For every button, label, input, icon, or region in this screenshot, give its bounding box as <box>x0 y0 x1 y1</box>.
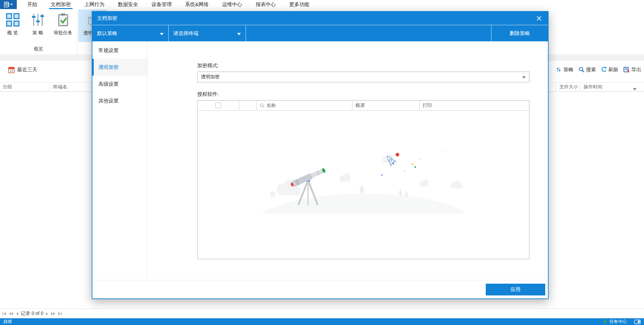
doc-encrypt-dialog: 文档加密 默认策略 请选择终端 删除策略 常规设置 透明 <box>92 11 549 299</box>
ribbon-group-label: 概览 <box>0 46 77 52</box>
record-count-label: 记录 0 of 0 <box>21 311 43 317</box>
prev-page-button[interactable] <box>16 312 18 316</box>
last-page-button[interactable] <box>58 312 62 316</box>
task-center-label: 任务中心 <box>609 319 627 325</box>
date-filter-label: 最近三天 <box>17 67 37 73</box>
nav-item-advanced[interactable]: 高级设置 <box>92 76 147 92</box>
download-arrow-icon <box>602 319 607 324</box>
chevron-down-icon <box>522 76 526 79</box>
encrypt-mode-select[interactable]: 透明加密 <box>197 72 529 82</box>
search-tool-label: 搜索 <box>586 67 596 73</box>
authorized-software-table: 名称 截屏 打印 <box>197 100 529 259</box>
column-group[interactable]: 分组 <box>3 83 12 91</box>
menu-item-doc-encrypt[interactable]: 文档加密 <box>49 0 73 9</box>
menu-item-start[interactable]: 开始 <box>26 0 39 9</box>
application-window: 开始 文档加密 上网行为 数据安全 设备管理 系统&网络 运维中心 报表中心 更… <box>0 0 644 325</box>
export-tool-label: 导出 <box>631 67 641 73</box>
dialog-body: 常规设置 透明加密 高级设置 其他设置 加密模式: 透明加密 授权软件: <box>92 41 548 280</box>
first-page-button[interactable] <box>2 312 6 316</box>
chevron-down-icon <box>633 88 637 90</box>
approval-tasks-label: 审批任务 <box>54 30 73 36</box>
policy-select-value: 默认策略 <box>97 30 117 37</box>
search-icon <box>260 103 264 108</box>
encrypt-mode-value: 透明加密 <box>201 74 220 80</box>
close-icon <box>536 16 542 21</box>
grid-icon <box>6 13 20 27</box>
sliders-icon <box>557 67 562 73</box>
taskbar-window-button[interactable] <box>634 320 641 324</box>
policy-tool-button[interactable]: 策略 <box>557 67 573 73</box>
task-center-button[interactable]: 任务中心 <box>602 319 627 325</box>
software-table-header: 名称 截屏 打印 <box>198 100 529 111</box>
software-table-empty-state <box>198 111 529 259</box>
empty-state-illustration <box>263 147 464 214</box>
software-column-blank <box>239 100 256 110</box>
status-ready-label: 就绪 <box>3 319 12 325</box>
overview-label: 概 览 <box>7 30 18 36</box>
fast-prev-button[interactable] <box>9 312 13 316</box>
menu-item-more[interactable]: 更多功能 <box>288 0 311 9</box>
page-toolbar: 策略 搜索 刷新 <box>557 64 641 75</box>
overview-button[interactable]: 概 览 <box>0 9 25 43</box>
approval-tasks-button[interactable]: 审批任务 <box>50 9 76 43</box>
window-icon <box>634 320 641 324</box>
settings-panel: 加密模式: 透明加密 授权软件: <box>147 41 548 280</box>
fast-next-button[interactable] <box>51 312 55 316</box>
search-tool-button[interactable]: 搜索 <box>578 67 596 73</box>
column-divider[interactable] <box>580 84 581 90</box>
main-menu: 开始 文档加密 上网行为 数据安全 设备管理 系统&网络 运维中心 报表中心 更… <box>26 0 311 9</box>
menu-item-ops-center[interactable]: 运维中心 <box>220 0 244 9</box>
column-filter-caret[interactable] <box>633 86 637 91</box>
menu-item-data-security[interactable]: 数据安全 <box>116 0 140 9</box>
svg-text:23: 23 <box>10 69 13 73</box>
chevron-down-icon <box>160 33 164 35</box>
clipboard-check-icon <box>56 13 70 27</box>
nav-item-transparent-encrypt[interactable]: 透明加密 <box>92 59 147 76</box>
software-column-name[interactable]: 名称 <box>256 100 352 110</box>
column-divider[interactable] <box>50 84 50 90</box>
terminal-select-dropdown[interactable]: 请选择终端 <box>169 25 246 41</box>
column-terminal[interactable]: 终端名 <box>53 83 67 91</box>
software-column-screenshot[interactable]: 截屏 <box>352 100 419 110</box>
encrypt-mode-label: 加密模式: <box>197 63 529 69</box>
nav-item-other[interactable]: 其他设置 <box>92 92 147 109</box>
nav-item-general[interactable]: 常规设置 <box>92 42 147 59</box>
search-icon <box>578 67 585 73</box>
terminal-select-value: 请选择终端 <box>173 30 199 37</box>
software-column-print[interactable]: 打印 <box>419 100 529 110</box>
authorized-software-label: 授权软件: <box>197 91 529 97</box>
pagination-bar: 记录 0 of 0 <box>0 309 644 318</box>
column-op-time[interactable]: 操作时间 <box>584 83 602 91</box>
refresh-tool-button[interactable]: 刷新 <box>601 67 618 73</box>
chevron-down-icon <box>237 33 241 35</box>
delete-policy-button[interactable]: 删除策略 <box>491 25 548 41</box>
menu-item-web-behavior[interactable]: 上网行为 <box>83 0 106 9</box>
close-button[interactable] <box>534 14 543 23</box>
date-filter[interactable]: 23 最近三天 <box>8 66 37 73</box>
policy-select-dropdown[interactable]: 默认策略 <box>92 25 169 41</box>
ribbon-group-overview: 概 览 策 略 <box>0 9 77 55</box>
column-file-size[interactable]: 文件大小 <box>559 83 578 91</box>
sliders-icon <box>31 13 45 27</box>
export-tool-button[interactable]: 导出 <box>624 67 641 73</box>
menu-item-report-center[interactable]: 报表中心 <box>254 0 277 9</box>
dialog-toolbar: 默认策略 请选择终端 删除策略 <box>92 25 548 41</box>
policy-tool-label: 策略 <box>563 67 573 73</box>
dialog-title: 文档加密 <box>97 15 117 22</box>
dialog-titlebar: 文档加密 <box>92 12 548 25</box>
app-menu-button[interactable] <box>0 0 17 9</box>
column-divider[interactable] <box>556 84 556 90</box>
menu-item-system-network[interactable]: 系统&网络 <box>183 0 210 9</box>
export-icon <box>624 67 630 73</box>
menu-item-device-mgmt[interactable]: 设备管理 <box>150 0 173 9</box>
status-bar: 就绪 任务中心 <box>0 318 644 325</box>
calendar-icon: 23 <box>8 66 15 73</box>
chevron-down-icon <box>10 4 13 5</box>
apply-button[interactable]: 应用 <box>486 284 545 295</box>
next-page-button[interactable] <box>46 312 48 316</box>
select-all-checkbox[interactable] <box>215 103 221 108</box>
policy-button[interactable]: 策 略 <box>25 9 50 43</box>
document-list-icon <box>4 2 9 7</box>
policy-label: 策 略 <box>33 30 43 36</box>
refresh-icon <box>601 67 607 73</box>
